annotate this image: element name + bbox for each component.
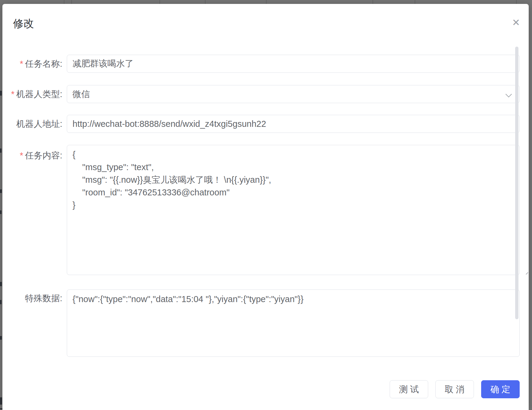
- task-content-label-text: 任务内容:: [25, 151, 62, 160]
- close-icon[interactable]: ✕: [509, 16, 523, 29]
- bot-address-row: 机器人地址:: [2, 115, 529, 133]
- special-data-label: 特殊数据:: [2, 289, 62, 304]
- special-data-label-text: 特殊数据:: [25, 293, 62, 303]
- dialog-scrollbar-thumb[interactable]: [515, 47, 518, 319]
- backdrop-table-line: [71, 0, 72, 4]
- required-asterisk: *: [11, 89, 14, 99]
- backdrop-table-line: [159, 0, 160, 4]
- bot-type-select[interactable]: 微信: [67, 85, 520, 103]
- bot-address-input[interactable]: [67, 115, 520, 133]
- bot-address-label: 机器人地址:: [2, 115, 62, 133]
- textarea-resize-handle[interactable]: [523, 269, 528, 274]
- backdrop-table-line: [266, 0, 267, 4]
- task-name-row: *任务名称:: [2, 55, 529, 73]
- bot-type-selected-value: 微信: [73, 89, 90, 99]
- backdrop-text-fragment: [0, 336, 2, 340]
- dialog-title: 修改: [13, 17, 34, 30]
- backdrop-text-fragment: [0, 397, 2, 405]
- backdrop-text-fragment: [0, 282, 2, 286]
- test-button[interactable]: 测 试: [390, 380, 428, 398]
- backdrop-text-fragment: [0, 91, 2, 96]
- backdrop-text-fragment: [0, 148, 2, 153]
- backdrop-text-fragment: [0, 300, 2, 304]
- bot-type-label: *机器人类型:: [2, 85, 62, 103]
- backdrop-table-line: [64, 0, 64, 4]
- bot-type-label-text: 机器人类型:: [16, 89, 62, 99]
- bot-address-label-text: 机器人地址:: [16, 119, 62, 129]
- backdrop-text-fragment: [0, 210, 2, 214]
- backdrop-table-line: [373, 0, 373, 4]
- task-name-label: *任务名称:: [2, 55, 62, 73]
- backdrop-table-line: [415, 0, 415, 4]
- cancel-button[interactable]: 取 消: [435, 380, 474, 398]
- chevron-down-icon: [506, 91, 512, 97]
- special-data-row: 特殊数据: {"now":{"type":"now","data":"15:04…: [2, 289, 529, 357]
- backdrop-text-fragment: [0, 189, 2, 193]
- confirm-button[interactable]: 确 定: [481, 380, 520, 398]
- bot-type-row: *机器人类型: 微信: [2, 85, 529, 103]
- task-name-label-text: 任务名称:: [25, 59, 62, 69]
- required-asterisk: *: [20, 151, 23, 160]
- backdrop-table-line: [205, 0, 206, 4]
- task-name-input[interactable]: [67, 55, 520, 73]
- special-data-textarea[interactable]: {"now":{"type":"now","data":"15:04 "},"y…: [67, 289, 520, 357]
- task-content-row: *任务内容: { "msg_type": "text", "msg": "{{.…: [2, 145, 529, 275]
- required-asterisk: *: [20, 59, 23, 69]
- task-content-textarea[interactable]: { "msg_type": "text", "msg": "{{.now}}臭宝…: [67, 145, 520, 275]
- edit-task-dialog: 修改 ✕ *任务名称: *机器人类型: 微信 机器人地址: *任务内容: { "…: [2, 4, 529, 410]
- backdrop-table-line: [516, 0, 517, 4]
- task-content-label: *任务内容:: [2, 145, 62, 162]
